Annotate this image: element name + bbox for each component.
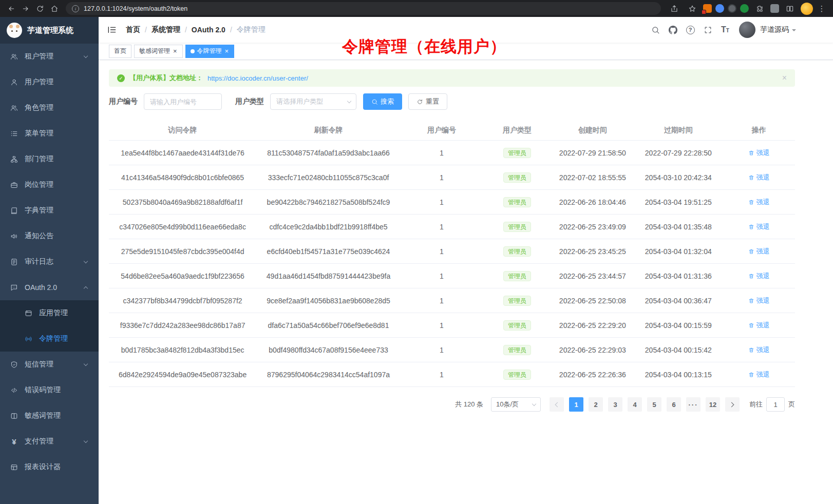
doc-link[interactable]: https://doc.iocoder.cn/user-center/ xyxy=(207,74,308,82)
browser-profile-avatar[interactable] xyxy=(801,3,813,15)
trash-icon xyxy=(748,347,754,353)
url-text: 127.0.0.1:1024/system/oauth2/token xyxy=(84,5,187,12)
force-logout-button[interactable]: 强退 xyxy=(748,173,770,182)
cell-refresh-token: cdfc4ce9c2da4bb1bdf21b9918ff4be5 xyxy=(256,223,401,231)
header-search-button[interactable] xyxy=(647,21,664,38)
github-button[interactable] xyxy=(664,21,681,38)
force-logout-button[interactable]: 强退 xyxy=(748,247,770,256)
sidebar-item-audit-log[interactable]: 审计日志 xyxy=(0,249,99,275)
more-pages-button[interactable]: ··· xyxy=(686,397,701,412)
share-icon xyxy=(670,5,678,13)
sidebar-item-oauth2-token[interactable]: 令牌管理 xyxy=(0,326,99,352)
yen-icon: ¥ xyxy=(10,437,18,446)
user-id-input[interactable] xyxy=(144,93,222,110)
font-size-icon: TT xyxy=(721,25,729,34)
breadcrumb-system[interactable]: 系统管理 xyxy=(152,25,180,34)
reload-icon xyxy=(36,5,44,13)
goto-page-input[interactable] xyxy=(766,397,785,412)
breadcrumb-oauth2[interactable]: OAuth 2.0 xyxy=(192,26,225,34)
sidebar-item-user[interactable]: 用户管理 xyxy=(0,69,99,95)
extension-icon-4[interactable] xyxy=(740,4,749,13)
username-dropdown[interactable]: 芋道源码 xyxy=(760,25,789,34)
sidebar-item-tenant[interactable]: 租户管理 xyxy=(0,44,99,69)
bookmark-button[interactable] xyxy=(685,2,699,16)
sidebar-item-role[interactable]: 角色管理 xyxy=(0,95,99,121)
column-expire-time: 过期时间 xyxy=(634,126,723,135)
list-icon xyxy=(10,130,18,138)
sidebar-item-dict[interactable]: 字典管理 xyxy=(0,198,99,223)
code-icon xyxy=(10,386,18,394)
browser-forward-button[interactable] xyxy=(18,2,33,16)
close-tab-icon[interactable]: × xyxy=(224,48,230,54)
sidebar-item-oauth2-client[interactable]: 应用管理 xyxy=(0,300,99,326)
page-button-2[interactable]: 2 xyxy=(589,397,603,412)
extensions-button[interactable] xyxy=(752,2,767,16)
fullscreen-icon xyxy=(704,26,712,34)
next-page-button[interactable] xyxy=(725,397,740,412)
force-logout-button[interactable]: 强退 xyxy=(748,321,770,330)
search-button[interactable]: 搜索 xyxy=(363,93,402,110)
extension-icon-3[interactable] xyxy=(728,4,736,13)
page-button-4[interactable]: 4 xyxy=(628,397,642,412)
force-logout-button[interactable]: 强退 xyxy=(748,345,770,355)
sidebar-item-dept[interactable]: 部门管理 xyxy=(0,146,99,172)
page-button-3[interactable]: 3 xyxy=(608,397,622,412)
force-logout-button[interactable]: 强退 xyxy=(748,370,770,379)
cell-user-type: 管理员 xyxy=(483,370,552,380)
user-avatar[interactable] xyxy=(739,22,755,38)
extension-icon-5[interactable] xyxy=(770,4,779,13)
help-button[interactable]: ? xyxy=(681,21,699,38)
page-button-1[interactable]: 1 xyxy=(569,397,583,412)
logo-avatar xyxy=(7,23,22,38)
browser-back-button[interactable] xyxy=(4,2,18,16)
sidebar-item-pay[interactable]: ¥支付管理 xyxy=(0,429,99,454)
force-logout-button[interactable]: 强退 xyxy=(748,272,770,281)
page-button-6[interactable]: 6 xyxy=(667,397,681,412)
force-logout-button[interactable]: 强退 xyxy=(748,296,770,305)
cell-access-token: 54d6be82ee5a460a9aedc1f9bf223656 xyxy=(109,272,256,280)
chevron-down-icon xyxy=(84,259,88,263)
extension-icon-1[interactable] xyxy=(703,4,712,13)
address-bar[interactable]: i 127.0.0.1:1024/system/oauth2/token xyxy=(66,2,661,15)
sidebar-item-menu[interactable]: 菜单管理 xyxy=(0,121,99,146)
alert-close-icon[interactable]: × xyxy=(782,74,787,82)
user-type-select[interactable]: 请选择用户类型 xyxy=(270,93,356,110)
force-logout-button[interactable]: 强退 xyxy=(748,148,770,158)
total-count: 共 120 条 xyxy=(455,400,483,409)
page-button-12[interactable]: 12 xyxy=(706,397,720,412)
sidebar-toggle-button[interactable] xyxy=(107,25,117,35)
tab-token[interactable]: 令牌管理× xyxy=(185,45,235,58)
cell-refresh-token: e6cfd40eb1f54571a31e775e039c4624 xyxy=(256,247,401,256)
sidebar-item-post[interactable]: 岗位管理 xyxy=(0,172,99,198)
bookmark-star-icon xyxy=(688,5,696,13)
sidebar-item-sensitive-word[interactable]: 敏感词管理 xyxy=(0,403,99,429)
page-button-5[interactable]: 5 xyxy=(647,397,661,412)
sidebar-item-notice[interactable]: 通知公告 xyxy=(0,223,99,249)
site-info-icon[interactable]: i xyxy=(72,5,79,12)
browser-home-button[interactable] xyxy=(47,2,62,16)
breadcrumb-home[interactable]: 首页 xyxy=(126,25,140,34)
back-icon xyxy=(7,5,15,13)
sidebar-item-report-designer[interactable]: 报表设计器 xyxy=(0,454,99,480)
extension-icon-2[interactable] xyxy=(715,4,724,13)
force-logout-button[interactable]: 强退 xyxy=(748,222,770,231)
close-tab-icon[interactable]: × xyxy=(173,48,178,54)
sidebar-item-sms[interactable]: 短信管理 xyxy=(0,352,99,377)
tab-home[interactable]: 首页 xyxy=(109,45,131,58)
cell-access-token: b0d1785bc3a8482f812db4a3f3bd15ec xyxy=(109,346,256,354)
prev-page-button[interactable] xyxy=(550,397,564,412)
tab-sensitive-word[interactable]: 敏感词管理× xyxy=(134,45,183,58)
browser-reload-button[interactable] xyxy=(33,2,47,16)
fullscreen-button[interactable] xyxy=(699,21,716,38)
tab-split-button[interactable] xyxy=(783,2,797,16)
reset-button[interactable]: 重置 xyxy=(408,93,447,110)
home-icon xyxy=(50,5,59,13)
share-button[interactable] xyxy=(667,2,681,16)
font-size-button[interactable]: TT xyxy=(716,21,734,38)
select-placeholder: 请选择用户类型 xyxy=(276,97,323,106)
sidebar-item-error-code[interactable]: 错误码管理 xyxy=(0,377,99,403)
page-size-select[interactable]: 10条/页 xyxy=(491,397,541,412)
browser-menu-icon[interactable]: ⋮ xyxy=(817,2,827,16)
force-logout-button[interactable]: 强退 xyxy=(748,198,770,207)
sidebar-item-oauth2[interactable]: OAuth 2.0 xyxy=(0,275,99,300)
